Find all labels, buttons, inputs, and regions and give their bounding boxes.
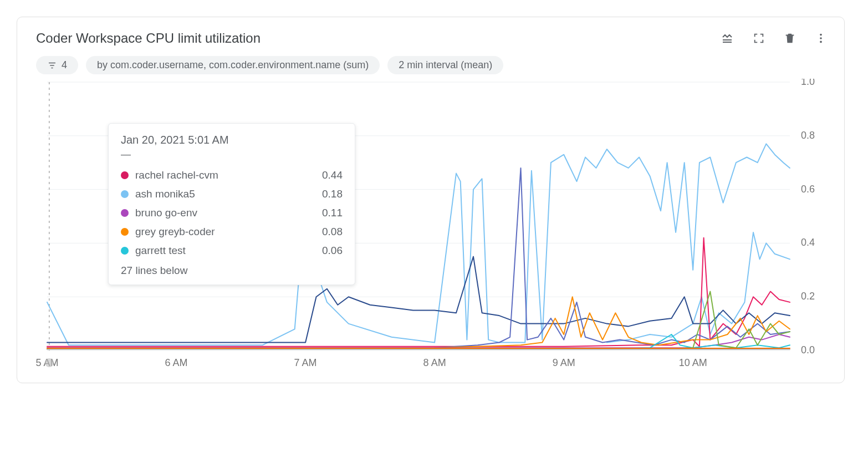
chart-area[interactable]: 0.00.20.40.60.81.05 AM6 AM7 AM8 AM9 AM10… bbox=[36, 79, 834, 373]
tooltip-series-value: 0.11 bbox=[322, 207, 343, 219]
tooltip-series-value: 0.44 bbox=[322, 169, 343, 181]
chart-actions bbox=[721, 32, 834, 45]
groupby-label: by com.coder.username, com.coder.environ… bbox=[97, 59, 369, 71]
tooltip-row: garrett test0.06 bbox=[121, 241, 343, 260]
tooltip-dash: — bbox=[121, 149, 343, 160]
tooltip-series-label: garrett test bbox=[135, 245, 315, 257]
series-line bbox=[607, 232, 790, 343]
svg-point-3 bbox=[820, 37, 822, 39]
y-tick-label: 0.0 bbox=[801, 344, 815, 356]
tooltip-series-value: 0.06 bbox=[322, 245, 343, 257]
tooltip-series-label: bruno go-env bbox=[135, 207, 315, 219]
tooltip-row: grey greyb-coder0.08 bbox=[121, 222, 343, 241]
chart-tooltip: Jan 20, 2021 5:01 AM — rachel rachel-cvm… bbox=[108, 123, 355, 285]
y-tick-label: 0.8 bbox=[801, 130, 815, 141]
tooltip-series-value: 0.08 bbox=[322, 226, 343, 238]
tooltip-series-dot bbox=[121, 247, 129, 255]
chart-header: Coder Workspace CPU limit utilization bbox=[36, 31, 834, 46]
tooltip-row: rachel rachel-cvm0.44 bbox=[121, 166, 343, 185]
tooltip-series-label: rachel rachel-cvm bbox=[135, 169, 315, 181]
y-tick-label: 0.2 bbox=[801, 291, 815, 302]
x-tick-label: 9 AM bbox=[553, 357, 575, 368]
fullscreen-icon[interactable] bbox=[752, 32, 765, 45]
x-tick-label: 6 AM bbox=[165, 357, 188, 368]
svg-point-4 bbox=[820, 41, 822, 43]
filter-chip[interactable]: 4 bbox=[36, 56, 78, 74]
tooltip-series-dot bbox=[121, 171, 129, 179]
tooltip-more: 27 lines below bbox=[121, 260, 343, 277]
y-tick-label: 1.0 bbox=[801, 79, 815, 87]
chips-row: 4 by com.coder.username, com.coder.envir… bbox=[36, 56, 834, 74]
tooltip-series-label: ash monika5 bbox=[135, 188, 315, 200]
y-tick-label: 0.6 bbox=[801, 184, 815, 195]
delete-icon[interactable] bbox=[783, 32, 796, 45]
tooltip-row: ash monika50.18 bbox=[121, 185, 343, 204]
filter-icon bbox=[47, 60, 57, 70]
interval-label: 2 min interval (mean) bbox=[399, 59, 492, 71]
tooltip-series-dot bbox=[121, 209, 129, 217]
x-tick-label: 8 AM bbox=[423, 357, 446, 368]
chart-title: Coder Workspace CPU limit utilization bbox=[36, 31, 261, 46]
chart-card: Coder Workspace CPU limit utilization bbox=[17, 17, 845, 383]
y-tick-label: 0.4 bbox=[801, 237, 815, 248]
tooltip-row: bruno go-env0.11 bbox=[121, 204, 343, 222]
tooltip-timestamp: Jan 20, 2021 5:01 AM bbox=[121, 134, 343, 146]
groupby-chip[interactable]: by com.coder.username, com.coder.environ… bbox=[86, 56, 380, 74]
tooltip-series-dot bbox=[121, 190, 129, 198]
x-tick-label: 10 AM bbox=[679, 357, 707, 368]
tooltip-series-value: 0.18 bbox=[322, 188, 343, 200]
cursor-handle[interactable] bbox=[45, 358, 54, 367]
filter-count: 4 bbox=[62, 59, 67, 71]
tooltip-series-dot bbox=[121, 228, 129, 236]
legend-toggle-icon[interactable] bbox=[721, 32, 734, 45]
x-tick-label: 7 AM bbox=[294, 357, 317, 368]
interval-chip[interactable]: 2 min interval (mean) bbox=[387, 56, 503, 74]
tooltip-series-label: grey greyb-coder bbox=[135, 226, 315, 238]
more-icon[interactable] bbox=[814, 32, 828, 45]
svg-point-2 bbox=[820, 34, 822, 36]
